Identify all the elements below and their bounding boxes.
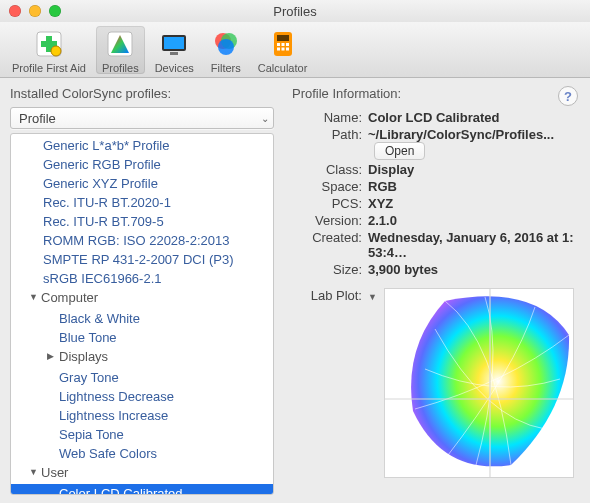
svg-rect-16 [286, 43, 289, 46]
profile-icon [104, 28, 136, 60]
window-title: Profiles [0, 4, 590, 19]
item-label: sRGB IEC61966-2.1 [43, 271, 162, 286]
plot-label: Lab Plot: [292, 288, 368, 303]
item-label: Rec. ITU-R BT.2020-1 [43, 195, 171, 210]
item-label: Generic L*a*b* Profile [43, 138, 169, 153]
item-label: Blue Tone [59, 330, 117, 345]
svg-rect-8 [170, 52, 178, 55]
info-table: Name: Color LCD Calibrated Path: ~/Libra… [292, 109, 578, 278]
profile-group[interactable]: ▼User [11, 463, 273, 484]
toolbar-devices[interactable]: Devices [149, 26, 200, 74]
profile-item[interactable]: Color LCD Calibrated [11, 484, 273, 495]
svg-rect-19 [286, 48, 289, 51]
label-class: Class: [292, 161, 368, 178]
profile-item[interactable]: SMPTE RP 431-2-2007 DCI (P3) [11, 250, 273, 269]
value-class: Display [368, 161, 578, 178]
value-space: RGB [368, 178, 578, 195]
item-label: SMPTE RP 431-2-2007 DCI (P3) [43, 252, 234, 267]
svg-rect-18 [281, 48, 284, 51]
svg-rect-7 [164, 37, 184, 49]
value-path: ~/Library/ColorSync/Profiles... Open [368, 126, 578, 161]
profile-item[interactable]: Gray Tone [11, 368, 273, 387]
profile-item[interactable]: Generic RGB Profile [11, 155, 273, 174]
group-label: User [41, 465, 68, 480]
profile-item[interactable]: Rec. ITU-R BT.709-5 [11, 212, 273, 231]
value-pcs: XYZ [368, 195, 578, 212]
profile-item[interactable]: Generic XYZ Profile [11, 174, 273, 193]
profiles-heading: Installed ColorSync profiles: [10, 86, 278, 101]
toolbar: Profile First Aid Profiles Devices Filte… [0, 22, 590, 78]
svg-rect-14 [277, 43, 280, 46]
svg-point-3 [51, 46, 61, 56]
profiles-panel: Installed ColorSync profiles: Profile ⌄ … [0, 78, 278, 503]
value-size: 3,900 bytes [368, 261, 578, 278]
disclosure-triangle-icon[interactable]: ▶ [47, 347, 59, 366]
profile-item[interactable]: Rec. ITU-R BT.2020-1 [11, 193, 273, 212]
profile-group[interactable]: ▶Displays [11, 347, 273, 368]
first-aid-icon [33, 28, 65, 60]
toolbar-filters[interactable]: Filters [204, 26, 248, 74]
toolbar-label: Profile First Aid [12, 62, 86, 74]
label-space: Space: [292, 178, 368, 195]
value-version: 2.1.0 [368, 212, 578, 229]
toolbar-label: Filters [211, 62, 241, 74]
value-name: Color LCD Calibrated [368, 109, 578, 126]
svg-rect-15 [281, 43, 284, 46]
lab-plot[interactable] [384, 288, 574, 478]
profile-group[interactable]: ▼Computer [11, 288, 273, 309]
item-label: Lightness Increase [59, 408, 168, 423]
info-heading: Profile Information: [292, 86, 578, 101]
item-label: Web Safe Colors [59, 446, 157, 461]
profile-info-panel: ? Profile Information: Name: Color LCD C… [278, 78, 590, 503]
svg-point-11 [218, 39, 234, 55]
svg-rect-13 [277, 35, 289, 41]
label-path: Path: [292, 126, 368, 161]
disclosure-triangle-icon[interactable]: ▼ [368, 288, 382, 302]
label-size: Size: [292, 261, 368, 278]
profiles-list[interactable]: Generic L*a*b* ProfileGeneric RGB Profil… [10, 133, 274, 495]
profile-item[interactable]: Web Safe Colors [11, 444, 273, 463]
item-label: Gray Tone [59, 370, 119, 385]
content: Installed ColorSync profiles: Profile ⌄ … [0, 78, 590, 503]
toolbar-label: Calculator [258, 62, 308, 74]
profile-item[interactable]: Black & White [11, 309, 273, 328]
profile-item[interactable]: Generic L*a*b* Profile [11, 136, 273, 155]
toolbar-label: Devices [155, 62, 194, 74]
item-label: Rec. ITU-R BT.709-5 [43, 214, 164, 229]
combo-value: Profile [19, 111, 56, 126]
label-created: Created: [292, 229, 368, 261]
label-name: Name: [292, 109, 368, 126]
item-label: Sepia Tone [59, 427, 124, 442]
sort-combo[interactable]: Profile ⌄ [10, 107, 274, 129]
toolbar-profiles[interactable]: Profiles [96, 26, 145, 74]
toolbar-label: Profiles [102, 62, 139, 74]
toolbar-profile-first-aid[interactable]: Profile First Aid [6, 26, 92, 74]
filters-icon [210, 28, 242, 60]
help-button[interactable]: ? [558, 86, 578, 106]
group-label: Computer [41, 290, 98, 305]
titlebar: Profiles [0, 0, 590, 22]
item-label: Color LCD Calibrated [59, 486, 183, 495]
profile-item[interactable]: Lightness Increase [11, 406, 273, 425]
label-version: Version: [292, 212, 368, 229]
item-label: Generic RGB Profile [43, 157, 161, 172]
item-label: Lightness Decrease [59, 389, 174, 404]
item-label: Black & White [59, 311, 140, 326]
profile-item[interactable]: Lightness Decrease [11, 387, 273, 406]
item-label: Generic XYZ Profile [43, 176, 158, 191]
profile-item[interactable]: Blue Tone [11, 328, 273, 347]
toolbar-calculator[interactable]: Calculator [252, 26, 314, 74]
disclosure-triangle-icon[interactable]: ▼ [29, 463, 41, 482]
profile-item[interactable]: Sepia Tone [11, 425, 273, 444]
item-label: ROMM RGB: ISO 22028-2:2013 [43, 233, 229, 248]
value-created: Wednesday, January 6, 2016 at 1:53:4… [368, 229, 578, 261]
disclosure-triangle-icon[interactable]: ▼ [29, 288, 41, 307]
label-pcs: PCS: [292, 195, 368, 212]
group-label: Displays [59, 349, 108, 364]
devices-icon [158, 28, 190, 60]
calculator-icon [267, 28, 299, 60]
svg-rect-17 [277, 48, 280, 51]
open-button[interactable]: Open [374, 142, 425, 160]
profile-item[interactable]: sRGB IEC61966-2.1 [11, 269, 273, 288]
profile-item[interactable]: ROMM RGB: ISO 22028-2:2013 [11, 231, 273, 250]
